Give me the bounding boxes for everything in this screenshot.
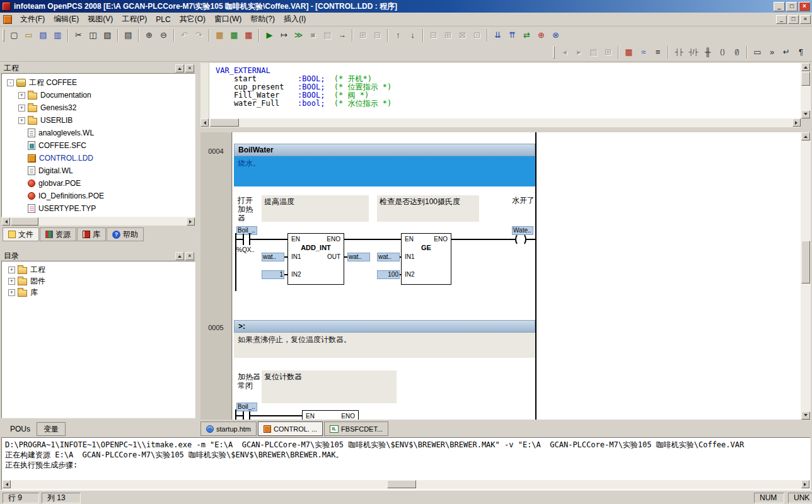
menu-window[interactable]: 窗口(W) <box>210 12 246 26</box>
compare-icon[interactable]: ⇄ <box>519 28 534 42</box>
move-up-icon[interactable]: ↑ <box>391 28 405 42</box>
io-editor-icon[interactable]: ▦ <box>622 45 636 59</box>
goto-icon[interactable]: → <box>335 28 349 42</box>
menu-edit[interactable]: 编辑(E) <box>49 12 83 26</box>
insert-function-block-icon[interactable]: ▭ <box>750 45 765 59</box>
tab-help[interactable]: ? 帮助 <box>107 227 144 241</box>
menu-project[interactable]: 工程(P) <box>117 12 151 26</box>
tree-item-documentation[interactable]: + Documentation <box>2 89 195 101</box>
network-comment-cell[interactable]: 烧水。 <box>234 156 535 186</box>
forward-icon[interactable]: ▸ <box>572 45 586 59</box>
code-hscrollbar[interactable] <box>200 118 801 127</box>
comment-cell[interactable]: 复位计数器 <box>262 370 397 403</box>
toolbar-grip[interactable] <box>553 46 555 59</box>
scroll-down-button[interactable] <box>801 110 810 118</box>
window-layout-2-icon[interactable]: ⊞ <box>441 28 455 42</box>
menu-plc[interactable]: PLC <box>151 13 175 26</box>
function-block-add-int[interactable]: EN ENO ADD_INT IN1 OUT IN2 <box>287 233 344 285</box>
window-titlebar[interactable]: infoteam OpenPCS 2008 [E:\A GCAN-PLCCore… <box>0 0 812 13</box>
coil-symbol[interactable] <box>518 233 526 246</box>
network-list-icon[interactable]: ≡ <box>651 45 665 59</box>
menu-others[interactable]: 其它(O) <box>175 12 210 26</box>
zoom-in-icon[interactable]: ⊕ <box>142 28 156 42</box>
scroll-down-button[interactable] <box>801 411 810 420</box>
zoom-out-icon[interactable]: ⊖ <box>156 28 171 42</box>
coil-comment[interactable]: 水开了 <box>512 196 535 205</box>
rung-number[interactable]: 0004 <box>200 147 231 155</box>
save-all-icon[interactable]: ▥ <box>50 28 65 42</box>
function-block-ge[interactable]: EN ENO GE IN1 IN2 <box>401 233 451 285</box>
step-icon[interactable]: ↦ <box>277 28 291 42</box>
tree-item-digital-wl[interactable]: Digital.WL <box>2 164 195 177</box>
network-title-bar[interactable]: BoilWater <box>234 144 535 156</box>
window-layout-3-icon[interactable]: ⊠ <box>455 28 470 42</box>
scroll-thumb[interactable] <box>801 241 810 284</box>
scroll-right-button[interactable] <box>187 217 195 226</box>
tab-pous[interactable]: POUs <box>4 422 37 436</box>
redo-icon[interactable]: ↷ <box>192 28 206 42</box>
tree-item-globvar-poe[interactable]: globvar.POE <box>2 177 195 190</box>
insert-contact-icon[interactable]: ┤├ <box>671 45 686 59</box>
trace-icon[interactable]: ≈ <box>636 45 651 59</box>
operand-box[interactable]: 1 <box>262 270 284 279</box>
insert-negated-coil-icon[interactable]: (/) <box>729 45 744 59</box>
contact-symbol[interactable] <box>243 411 244 420</box>
scroll-up-button[interactable] <box>801 132 810 140</box>
insert-parallel-contact-icon[interactable]: ╫ <box>700 45 715 59</box>
menu-help[interactable]: 帮助(?) <box>246 12 279 26</box>
tree-item-usertype-typ[interactable]: USERTYPE.TYP <box>2 202 195 215</box>
page-overview-icon[interactable]: ▤ <box>586 45 601 59</box>
download-icon[interactable]: ⇊ <box>490 28 505 42</box>
operand-box[interactable]: wat.. <box>262 253 284 261</box>
project-panel-header[interactable]: 工程 × <box>1 63 195 73</box>
tree-expand-icon[interactable]: + <box>8 266 15 273</box>
insert-jump-icon[interactable]: » <box>765 45 779 59</box>
save-icon[interactable]: ▤ <box>36 28 50 42</box>
scroll-left-button[interactable] <box>2 217 10 226</box>
copy-icon[interactable]: ◫ <box>86 28 100 42</box>
doc-tab-startup[interactable]: startup.htm <box>200 421 257 436</box>
variable-editor[interactable]: VAR_EXTERNAL start :BOOL; (* 开机*) cup_pr… <box>200 63 801 118</box>
rebuild-icon[interactable]: ▦ <box>241 28 256 42</box>
panel-collapse-icon[interactable] <box>175 64 184 72</box>
build-output-panel[interactable]: D:\PROGRA~1\INFOTE~1\OPENPC~1\\itmake.ex… <box>1 437 811 490</box>
offline-icon[interactable]: ⊗ <box>548 28 563 42</box>
contact-symbol[interactable] <box>243 234 244 245</box>
tree-expand-icon[interactable]: + <box>18 105 25 112</box>
tree-expand-icon[interactable]: + <box>8 278 15 285</box>
window-layout-4-icon[interactable]: ⊡ <box>470 28 484 42</box>
tree-item-userlib[interactable]: + USERLIB <box>2 114 195 127</box>
make-all-icon[interactable]: ▦ <box>227 28 241 42</box>
scroll-right-button[interactable] <box>801 480 809 488</box>
watch-window-icon[interactable]: ⊞ <box>601 45 615 59</box>
window-layout-1-icon[interactable]: ⊟ <box>426 28 441 42</box>
child-minimize-button[interactable]: _ <box>776 15 787 24</box>
build-icon[interactable]: ▦ <box>212 28 227 42</box>
child-close-button[interactable]: × <box>800 15 811 24</box>
operand-box[interactable]: wat.. <box>347 253 370 261</box>
scroll-left-button[interactable] <box>3 480 11 488</box>
network-title-bar[interactable]: >: <box>234 320 535 333</box>
app-icon[interactable] <box>2 2 11 11</box>
undo-icon[interactable]: ↶ <box>177 28 192 42</box>
tree-expand-icon[interactable]: + <box>18 117 25 124</box>
insert-return-icon[interactable]: ↵ <box>779 45 794 59</box>
tab-files[interactable]: 文件 <box>3 227 39 241</box>
contact-operand-label[interactable]: Boil_.. <box>236 226 257 235</box>
panel-close-icon[interactable]: × <box>185 252 194 260</box>
tree-expand-icon[interactable]: - <box>7 79 14 86</box>
continue-icon[interactable]: ≫ <box>291 28 306 42</box>
network-comment-cell[interactable]: 如果煮沸停止，复位温度计数器。 <box>234 333 535 358</box>
code-vscrollbar[interactable] <box>801 63 811 118</box>
tab-library[interactable]: 库 <box>77 227 106 241</box>
toolbar-grip[interactable] <box>3 29 4 42</box>
tree-item-project-root[interactable]: - 工程 COFFEE <box>2 76 195 89</box>
tree-item-genesis32[interactable]: + Genesis32 <box>2 101 195 114</box>
panel-close-icon[interactable]: × <box>185 64 194 72</box>
operand-box[interactable]: 100 <box>377 270 400 279</box>
insert-coil-icon[interactable]: ( ) <box>715 45 729 59</box>
tree-item-catalog-project[interactable]: + 工程 <box>2 264 195 275</box>
ladder-editor-canvas[interactable]: BoilWater 烧水。 打开加热器 提高温度 检查是否达到100摄氏度 水开… <box>233 132 801 420</box>
tree-expand-icon[interactable]: + <box>8 289 15 296</box>
contact-operand-label[interactable]: Boil_.. <box>236 403 257 411</box>
